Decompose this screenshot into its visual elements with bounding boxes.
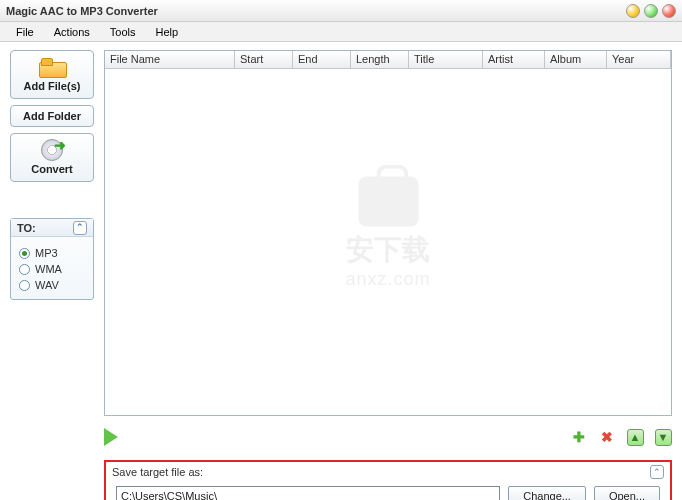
action-toolbar: ✚ ✖ ▲ ▼ xyxy=(104,422,672,452)
col-artist[interactable]: Artist xyxy=(483,51,545,68)
radio-icon xyxy=(19,280,30,291)
minimize-button[interactable] xyxy=(626,4,640,18)
play-icon[interactable] xyxy=(104,428,118,446)
radio-icon xyxy=(19,248,30,259)
radio-wma-label: WMA xyxy=(35,263,62,275)
radio-wma[interactable]: WMA xyxy=(11,259,93,275)
add-folder-button[interactable]: Add Folder xyxy=(10,105,94,127)
add-files-label: Add File(s) xyxy=(24,80,81,92)
to-panel-header: TO: ⌃ xyxy=(11,219,93,237)
remove-item-icon[interactable]: ✖ xyxy=(598,428,616,446)
col-album[interactable]: Album xyxy=(545,51,607,68)
add-files-button[interactable]: Add File(s) xyxy=(10,50,94,99)
move-up-button[interactable]: ▲ xyxy=(626,428,644,446)
menu-tools[interactable]: Tools xyxy=(100,24,146,40)
window-title: Magic AAC to MP3 Converter xyxy=(6,5,622,17)
radio-icon xyxy=(19,264,30,275)
convert-disc-icon: ➜ xyxy=(13,140,91,160)
file-list-area: File Name Start End Length Title Artist … xyxy=(104,50,672,416)
left-sidebar: Add File(s) Add Folder ➜ Convert TO: ⌃ M… xyxy=(10,50,94,416)
col-title[interactable]: Title xyxy=(409,51,483,68)
col-year[interactable]: Year xyxy=(607,51,671,68)
move-down-button[interactable]: ▼ xyxy=(654,428,672,446)
change-button[interactable]: Change... xyxy=(508,486,586,500)
chevron-up-icon[interactable]: ⌃ xyxy=(73,221,87,235)
arrow-up-icon: ▲ xyxy=(627,429,644,446)
add-folder-label: Add Folder xyxy=(23,110,81,122)
watermark: 安下载 anxz.com xyxy=(345,177,430,290)
maximize-button[interactable] xyxy=(644,4,658,18)
close-button[interactable] xyxy=(662,4,676,18)
titlebar: Magic AAC to MP3 Converter xyxy=(0,0,682,22)
menubar: File Actions Tools Help xyxy=(0,22,682,42)
save-target-section: Save target file as: ⌃ Change... Open... xyxy=(104,460,672,500)
save-path-input[interactable] xyxy=(116,486,500,500)
col-start[interactable]: Start xyxy=(235,51,293,68)
save-target-label: Save target file as: xyxy=(112,466,203,478)
chevron-up-icon[interactable]: ⌃ xyxy=(650,465,664,479)
radio-wav[interactable]: WAV xyxy=(11,275,93,291)
convert-button[interactable]: ➜ Convert xyxy=(10,133,94,182)
folder-open-icon xyxy=(13,57,91,77)
add-item-icon[interactable]: ✚ xyxy=(570,428,588,446)
radio-mp3[interactable]: MP3 xyxy=(11,243,93,259)
radio-wav-label: WAV xyxy=(35,279,59,291)
convert-label: Convert xyxy=(31,163,73,175)
menu-actions[interactable]: Actions xyxy=(44,24,100,40)
arrow-down-icon: ▼ xyxy=(655,429,672,446)
file-list[interactable]: File Name Start End Length Title Artist … xyxy=(104,50,672,416)
radio-mp3-label: MP3 xyxy=(35,247,58,259)
open-button[interactable]: Open... xyxy=(594,486,660,500)
main-content: Add File(s) Add Folder ➜ Convert TO: ⌃ M… xyxy=(0,42,682,416)
to-panel-title: TO: xyxy=(17,222,36,234)
to-format-panel: TO: ⌃ MP3 WMA WAV xyxy=(10,218,94,300)
menu-help[interactable]: Help xyxy=(146,24,189,40)
save-target-header: Save target file as: ⌃ xyxy=(106,462,670,480)
col-length[interactable]: Length xyxy=(351,51,409,68)
column-headers: File Name Start End Length Title Artist … xyxy=(105,51,671,69)
col-filename[interactable]: File Name xyxy=(105,51,235,68)
col-end[interactable]: End xyxy=(293,51,351,68)
menu-file[interactable]: File xyxy=(6,24,44,40)
